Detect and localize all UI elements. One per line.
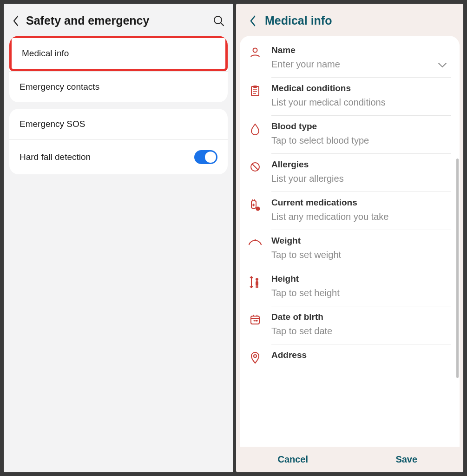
field-name[interactable]: Name Enter your name bbox=[240, 40, 460, 78]
no-symbol-icon bbox=[248, 161, 262, 175]
item-label: Medical info bbox=[22, 48, 69, 59]
medical-info-pane: Medical info Name Enter your name Medica… bbox=[236, 4, 463, 472]
item-label: Emergency contacts bbox=[20, 82, 99, 92]
field-placeholder: Tap to set date bbox=[271, 326, 451, 337]
svg-point-18 bbox=[256, 278, 258, 281]
card-group-sos: Emergency SOS Hard fall detection bbox=[9, 109, 228, 174]
field-height[interactable]: Height Tap to set height bbox=[240, 268, 460, 306]
page-title: Safety and emergency bbox=[26, 14, 213, 27]
field-weight[interactable]: Weight Tap to set weight bbox=[240, 230, 460, 268]
item-emergency-sos[interactable]: Emergency SOS bbox=[9, 109, 228, 139]
save-button[interactable]: Save bbox=[350, 454, 464, 465]
svg-point-15 bbox=[256, 207, 260, 211]
scrollbar[interactable] bbox=[456, 159, 459, 378]
location-pin-icon bbox=[248, 352, 262, 366]
field-label: Date of birth bbox=[271, 312, 451, 322]
height-icon bbox=[248, 276, 262, 290]
back-icon[interactable] bbox=[249, 15, 257, 27]
field-label: Current medications bbox=[271, 198, 451, 208]
person-icon bbox=[248, 47, 262, 61]
bottom-bar: Cancel Save bbox=[236, 447, 463, 472]
item-emergency-contacts[interactable]: Emergency contacts bbox=[9, 71, 228, 102]
field-placeholder: Tap to select blood type bbox=[271, 135, 451, 146]
field-blood-type[interactable]: Blood type Tap to select blood type bbox=[240, 116, 460, 154]
item-label: Hard fall detection bbox=[20, 152, 91, 162]
svg-rect-27 bbox=[256, 320, 258, 322]
svg-rect-19 bbox=[256, 281, 258, 285]
field-placeholder: Tap to set height bbox=[271, 288, 451, 298]
field-medical-conditions[interactable]: Medical conditions List your medical con… bbox=[240, 78, 460, 116]
item-medical-info[interactable]: Medical info bbox=[9, 36, 228, 71]
safety-emergency-pane: Safety and emergency Medical info Emerge… bbox=[4, 4, 233, 472]
page-title: Medical info bbox=[265, 14, 332, 27]
field-label: Weight bbox=[271, 236, 451, 246]
field-placeholder: List your medical conditions bbox=[271, 97, 451, 108]
svg-point-2 bbox=[253, 48, 257, 53]
field-address[interactable]: Address bbox=[240, 344, 460, 367]
svg-rect-4 bbox=[253, 86, 257, 88]
field-allergies[interactable]: Allergies List your allergies bbox=[240, 154, 460, 192]
card-group-info: Medical info Emergency contacts bbox=[9, 36, 228, 102]
medical-info-form: Name Enter your name Medical conditions … bbox=[240, 36, 460, 447]
field-placeholder: List your allergies bbox=[271, 173, 451, 184]
svg-rect-22 bbox=[251, 316, 259, 324]
svg-line-1 bbox=[221, 23, 224, 26]
field-date-of-birth[interactable]: Date of birth Tap to set date bbox=[240, 306, 460, 344]
field-label: Height bbox=[271, 274, 451, 284]
field-placeholder: Enter your name bbox=[271, 59, 451, 70]
blood-drop-icon bbox=[248, 123, 262, 137]
field-current-medications[interactable]: Current medications List any medication … bbox=[240, 192, 460, 230]
item-label: Emergency SOS bbox=[20, 119, 86, 129]
field-label: Name bbox=[271, 45, 451, 55]
field-placeholder: List any medication you take bbox=[271, 212, 451, 222]
field-label: Allergies bbox=[271, 159, 451, 170]
left-header: Safety and emergency bbox=[4, 4, 233, 36]
svg-line-9 bbox=[252, 164, 258, 170]
scale-icon bbox=[248, 238, 262, 251]
chevron-down-icon[interactable] bbox=[437, 62, 447, 68]
calendar-icon bbox=[248, 314, 262, 328]
pill-icon bbox=[248, 199, 262, 213]
item-hard-fall-detection: Hard fall detection bbox=[9, 139, 228, 174]
field-label: Blood type bbox=[271, 121, 451, 132]
right-header: Medical info bbox=[236, 4, 463, 36]
svg-point-28 bbox=[254, 355, 257, 357]
cancel-button[interactable]: Cancel bbox=[236, 454, 350, 465]
back-icon[interactable] bbox=[12, 15, 20, 27]
hard-fall-toggle[interactable] bbox=[194, 150, 217, 164]
field-label: Medical conditions bbox=[271, 83, 451, 93]
search-icon[interactable] bbox=[213, 15, 225, 27]
clipboard-icon bbox=[248, 85, 262, 99]
field-label: Address bbox=[271, 350, 451, 360]
svg-point-26 bbox=[254, 320, 255, 322]
field-placeholder: Tap to set weight bbox=[271, 250, 451, 260]
